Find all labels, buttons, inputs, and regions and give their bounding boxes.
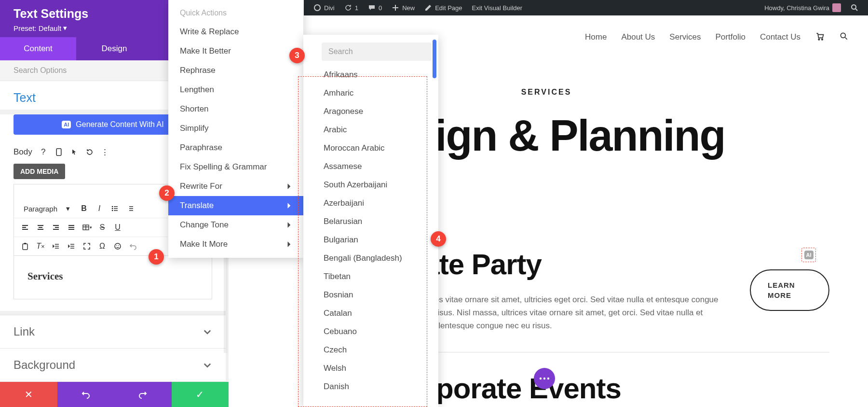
- paste-icon[interactable]: [18, 239, 32, 253]
- tab-content[interactable]: Content: [0, 37, 76, 60]
- device-icon[interactable]: [54, 148, 63, 156]
- pencil-icon: [424, 4, 432, 12]
- undo-editor-icon[interactable]: [126, 239, 140, 253]
- admin-divi-label: Divi: [324, 4, 335, 12]
- clear-format-icon[interactable]: T×: [33, 239, 48, 253]
- language-danish[interactable]: Danish: [303, 378, 438, 396]
- refresh-icon: [344, 4, 352, 12]
- admin-howdy[interactable]: Howdy, Christina Gwira: [760, 0, 846, 15]
- admin-comments[interactable]: 0: [363, 0, 387, 15]
- omega-icon[interactable]: Ω: [95, 239, 109, 253]
- quick-action-shorten[interactable]: Shorten: [168, 99, 303, 119]
- quick-action-fix-spelling-grammar[interactable]: Fix Spelling & Grammar: [168, 157, 303, 177]
- align-left-icon[interactable]: [18, 220, 32, 235]
- nav-home[interactable]: Home: [585, 32, 607, 42]
- add-media-button[interactable]: ADD MEDIA: [14, 164, 65, 179]
- align-justify-icon[interactable]: [64, 220, 79, 235]
- language-belarusian[interactable]: Belarusian: [303, 212, 438, 231]
- bold-icon[interactable]: B: [77, 201, 91, 216]
- undo-button[interactable]: [57, 382, 115, 407]
- table-icon[interactable]: ▾: [80, 220, 94, 235]
- accordion-link[interactable]: Link: [0, 315, 226, 349]
- language-aragonese[interactable]: Aragonese: [303, 102, 438, 121]
- divi-brand-icon: [313, 4, 321, 12]
- admin-search[interactable]: [846, 0, 863, 15]
- reset-icon[interactable]: [85, 148, 94, 156]
- quick-action-translate[interactable]: Translate: [168, 196, 303, 215]
- language-afrikaans[interactable]: Afrikaans: [303, 66, 438, 84]
- language-assamese[interactable]: Assamese: [303, 157, 438, 176]
- admin-divi[interactable]: Divi: [309, 0, 339, 15]
- cancel-button[interactable]: ✕: [0, 382, 57, 407]
- chevron-right-icon: [287, 202, 292, 209]
- builder-fab[interactable]: [534, 368, 555, 389]
- quick-action-simplify[interactable]: Simplify: [168, 119, 303, 138]
- help-icon[interactable]: ?: [39, 148, 48, 156]
- redo-button[interactable]: [114, 382, 172, 407]
- emoji-icon[interactable]: [110, 239, 125, 253]
- ol-icon[interactable]: [123, 201, 137, 216]
- language-tibetan[interactable]: Tibetan: [303, 267, 438, 286]
- quick-action-label: Write & Replace: [180, 27, 239, 37]
- quick-action-paraphrase[interactable]: Paraphrase: [168, 138, 303, 157]
- nav-contact[interactable]: Contact Us: [760, 32, 800, 42]
- align-center-icon[interactable]: [33, 220, 48, 235]
- language-search[interactable]: Search: [322, 42, 432, 61]
- nav-services[interactable]: Services: [669, 32, 701, 42]
- ai-trigger-icon[interactable]: AI: [801, 248, 816, 262]
- cart-icon[interactable]: [815, 31, 825, 43]
- admin-bar: Divi 1 0 New Edit Page Exit Visual Build…: [304, 0, 868, 15]
- language-azerbaijani[interactable]: Azerbaijani: [303, 194, 438, 212]
- quick-action-write-replace[interactable]: Write & Replace: [168, 22, 303, 42]
- language-czech[interactable]: Czech: [303, 341, 438, 359]
- admin-exit-builder[interactable]: Exit Visual Builder: [467, 0, 528, 15]
- quick-action-lengthen[interactable]: Lengthen: [168, 80, 303, 99]
- plus-icon: [392, 4, 399, 12]
- admin-comments-count: 0: [379, 4, 382, 12]
- nav-about[interactable]: About Us: [621, 32, 655, 42]
- admin-new[interactable]: New: [387, 0, 420, 15]
- nav-portfolio[interactable]: Portfolio: [716, 32, 746, 42]
- svg-point-7: [547, 378, 549, 379]
- language-arabic[interactable]: Arabic: [303, 121, 438, 139]
- quick-action-rephrase[interactable]: Rephrase: [168, 61, 303, 80]
- body-label: Body: [14, 147, 32, 157]
- language-amharic[interactable]: Amharic: [303, 84, 438, 102]
- quick-action-label: Make It Better: [180, 46, 231, 56]
- quick-action-label: Rephrase: [180, 66, 216, 75]
- align-right-icon[interactable]: [49, 220, 63, 235]
- quick-action-rewrite-for[interactable]: Rewrite For: [168, 177, 303, 196]
- accordion-background[interactable]: Background: [0, 349, 226, 382]
- italic-icon[interactable]: I: [92, 201, 107, 216]
- indent-icon[interactable]: [64, 239, 79, 253]
- language-bulgarian[interactable]: Bulgarian: [303, 231, 438, 249]
- ul-icon[interactable]: [108, 201, 122, 216]
- language-welsh[interactable]: Welsh: [303, 359, 438, 378]
- save-button[interactable]: ✓: [172, 382, 229, 407]
- svg-rect-14: [24, 243, 26, 244]
- admin-edit-page-label: Edit Page: [435, 4, 462, 12]
- quick-action-make-it-more[interactable]: Make It More: [168, 235, 303, 254]
- language-south-azerbaijani[interactable]: South Azerbaijani: [303, 176, 438, 194]
- underline-icon[interactable]: U: [110, 220, 125, 235]
- cursor-icon[interactable]: [70, 148, 79, 156]
- outdent-icon[interactable]: [49, 239, 63, 253]
- language-catalan[interactable]: Catalan: [303, 304, 438, 323]
- language-moroccan-arabic[interactable]: Moroccan Arabic: [303, 139, 438, 157]
- fullscreen-icon[interactable]: [80, 239, 94, 253]
- admin-edit-page[interactable]: Edit Page: [420, 0, 467, 15]
- language-cebuano[interactable]: Cebuano: [303, 323, 438, 341]
- language-bosnian[interactable]: Bosnian: [303, 286, 438, 304]
- editor-content[interactable]: Services: [14, 256, 212, 299]
- kebab-icon[interactable]: ⋮: [101, 148, 109, 156]
- paragraph-select[interactable]: Paragraph▾: [18, 202, 76, 215]
- quick-action-make-it-better[interactable]: Make It Better: [168, 42, 303, 61]
- site-search-icon[interactable]: [839, 31, 849, 43]
- admin-updates[interactable]: 1: [339, 0, 363, 15]
- strikethrough-icon[interactable]: S: [95, 220, 109, 235]
- submenu-scrollbar[interactable]: [433, 40, 436, 78]
- tab-design[interactable]: Design: [76, 37, 152, 60]
- learn-more-button[interactable]: LEARN MORE: [750, 269, 829, 311]
- language-bengali-bangladesh-[interactable]: Bengali (Bangladesh): [303, 249, 438, 267]
- quick-action-change-tone[interactable]: Change Tone: [168, 215, 303, 235]
